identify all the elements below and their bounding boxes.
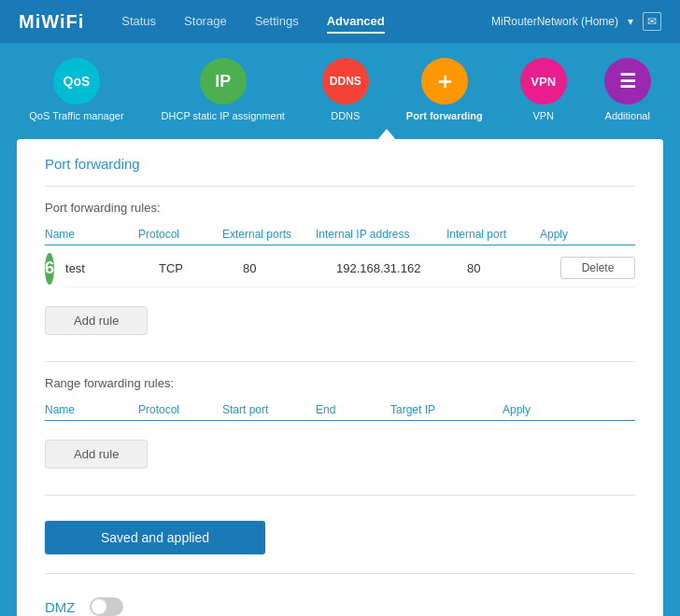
port-forwarding-card: Port forwarding Port forwarding rules: N… bbox=[17, 139, 663, 616]
toggle-knob bbox=[92, 599, 106, 614]
mail-icon[interactable]: ✉ bbox=[643, 12, 661, 31]
dmz-section: DMZ Turn on DMZ to relay a connected dev… bbox=[17, 574, 663, 616]
divider-2 bbox=[45, 361, 635, 362]
header-right[interactable]: MiRouterNetwork (Home) ▾ ✉ bbox=[491, 12, 661, 31]
row-internal-ip: 192.168.31.162 bbox=[336, 261, 467, 275]
range-col-end: End bbox=[316, 403, 390, 416]
range-col-apply: Apply bbox=[503, 403, 577, 416]
dmz-row: DMZ bbox=[45, 597, 635, 616]
nav-storage[interactable]: Storage bbox=[184, 10, 227, 34]
col-internal-ip: Internal IP address bbox=[316, 228, 446, 241]
dmz-title: DMZ bbox=[45, 599, 76, 615]
qos-label: QoS Traffic manager bbox=[29, 110, 123, 121]
port-forwarding-title: Port forwarding bbox=[45, 156, 635, 172]
ddns-label: DDNS bbox=[331, 110, 360, 121]
save-applied-button[interactable]: Saved and applied bbox=[45, 521, 265, 554]
icon-nav: QoS QoS Traffic manager IP DHCP static I… bbox=[0, 43, 680, 133]
nav-advanced[interactable]: Advanced bbox=[327, 10, 385, 34]
range-col-start-port: Start port bbox=[222, 403, 316, 416]
nav-indicator-arrow bbox=[0, 129, 680, 140]
nav-settings[interactable]: Settings bbox=[255, 10, 299, 34]
row-protocol: TCP bbox=[159, 261, 243, 275]
ip-label: DHCP static IP assignment bbox=[162, 110, 285, 121]
vpn-circle: VPN bbox=[520, 58, 567, 105]
qos-circle: QoS bbox=[53, 58, 100, 105]
portfwd-label: Port forwarding bbox=[406, 110, 483, 121]
header: MiWiFi Status Storage Settings Advanced … bbox=[0, 0, 680, 43]
port-forwarding-rules-label: Port forwarding rules: bbox=[45, 201, 635, 215]
range-col-protocol: Protocol bbox=[138, 403, 222, 416]
row-name: test bbox=[65, 261, 159, 275]
icon-nav-additional[interactable]: ☰ Additional bbox=[604, 58, 651, 121]
ip-circle: IP bbox=[200, 58, 247, 105]
icon-nav-vpn[interactable]: VPN VPN bbox=[520, 58, 567, 121]
vpn-label: VPN bbox=[532, 110, 554, 121]
portfwd-circle: ＋ bbox=[421, 58, 468, 105]
main-nav: Status Storage Settings Advanced bbox=[121, 10, 491, 34]
divider-1 bbox=[45, 186, 635, 187]
range-col-target-ip: Target IP bbox=[390, 403, 503, 416]
row-external-ports: 80 bbox=[243, 261, 336, 275]
col-external-ports: External ports bbox=[222, 228, 316, 241]
icon-nav-portfwd[interactable]: ＋ Port forwarding bbox=[406, 58, 483, 121]
nav-status[interactable]: Status bbox=[121, 10, 156, 34]
logo: MiWiFi bbox=[19, 11, 84, 33]
divider-3 bbox=[45, 495, 635, 496]
table-row: test TCP 80 192.168.31.162 80 Delete bbox=[65, 249, 635, 287]
additional-circle: ☰ bbox=[604, 58, 651, 105]
additional-label: Additional bbox=[605, 110, 650, 121]
arrow-up bbox=[377, 129, 396, 140]
router-name: MiRouterNetwork (Home) bbox=[491, 15, 618, 28]
range-col-name: Name bbox=[45, 403, 138, 416]
range-forwarding-rules-label: Range forwarding rules: bbox=[45, 376, 635, 390]
col-apply: Apply bbox=[540, 228, 615, 241]
port-forwarding-section: Port forwarding Port forwarding rules: N… bbox=[17, 139, 663, 554]
ddns-circle: DDNS bbox=[322, 58, 369, 105]
range-forwarding-table-header: Name Protocol Start port End Target IP A… bbox=[45, 399, 635, 421]
add-rule-button[interactable]: Add rule bbox=[45, 306, 148, 335]
delete-button[interactable]: Delete bbox=[560, 257, 635, 279]
port-forwarding-table-header: Name Protocol External ports Internal IP… bbox=[45, 224, 635, 245]
range-add-rule-button[interactable]: Add rule bbox=[45, 440, 148, 469]
icon-nav-ip[interactable]: IP DHCP static IP assignment bbox=[162, 58, 285, 121]
chevron-down-icon: ▾ bbox=[628, 15, 633, 28]
row-internal-port: 80 bbox=[467, 261, 560, 275]
col-internal-port: Internal port bbox=[446, 228, 540, 241]
icon-nav-qos[interactable]: QoS QoS Traffic manager bbox=[29, 58, 123, 121]
col-name: Name bbox=[45, 228, 138, 241]
icon-nav-ddns[interactable]: DDNS DDNS bbox=[322, 58, 369, 121]
dmz-toggle[interactable] bbox=[90, 597, 123, 616]
port-forwarding-table-rows: 6 test TCP 80 192.168.31.162 80 Delete bbox=[45, 249, 635, 287]
rules-count-badge: 6 bbox=[45, 253, 54, 285]
col-protocol: Protocol bbox=[138, 228, 222, 241]
